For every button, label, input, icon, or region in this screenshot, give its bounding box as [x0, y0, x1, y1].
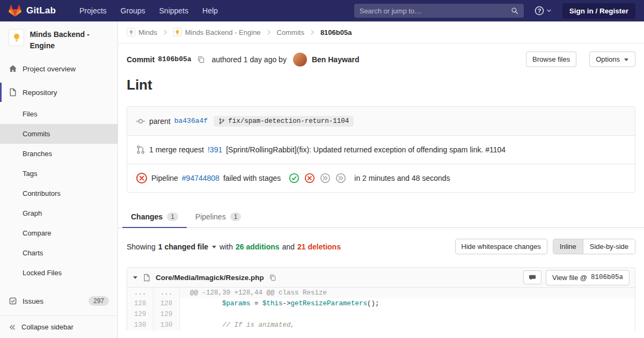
breadcrumb: MindsMinds Backend - EngineCommits8106b0… — [118, 21, 644, 43]
sidebar-item-charts[interactable]: Charts — [0, 243, 118, 263]
sidebar-item-branches[interactable]: Branches — [0, 144, 118, 164]
hide-whitespace-button[interactable]: Hide whitespace changes — [455, 239, 547, 254]
commit-title: Lint — [127, 77, 635, 93]
diff-hunk-row: ......@@ -128,39 +128,44 @@ class Resize — [127, 288, 635, 298]
pipeline-label: Pipeline — [151, 174, 178, 182]
pipeline-stage-skipped-icon[interactable] — [320, 173, 331, 183]
sidebar-item-contributors[interactable]: Contributors — [0, 183, 118, 203]
project-avatar[interactable] — [9, 29, 24, 46]
copy-file-path-button[interactable] — [269, 274, 276, 281]
view-mode-side-by-side[interactable]: Side-by-side — [583, 239, 635, 254]
breadcrumb-item-8106b05a: 8106b05a — [320, 28, 352, 36]
breadcrumb-item-minds[interactable]: Minds — [127, 28, 157, 36]
home-icon — [9, 64, 17, 73]
copy-commit-sha-button[interactable] — [197, 55, 205, 63]
sign-in-button[interactable]: Sign in / Register — [562, 3, 635, 19]
pipeline-stage-skipped-icon[interactable] — [335, 173, 346, 183]
view-file-sha: 8106b05a — [591, 274, 623, 281]
sidebar-item-files[interactable]: Files — [0, 104, 118, 124]
pipeline-row: Pipeline #94744808 failed with stages in… — [127, 164, 635, 192]
help-icon: ? — [535, 6, 544, 16]
toggle-comments-button[interactable] — [523, 270, 541, 284]
author-avatar[interactable] — [293, 53, 307, 67]
sidebar-item-issues[interactable]: Issues297 — [0, 289, 118, 313]
tab-count-badge: 1 — [167, 212, 178, 221]
merge-request-prefix: 1 merge request — [149, 145, 204, 154]
help-dropdown[interactable]: ? — [535, 6, 552, 16]
project-name[interactable]: Minds Backend - Engine — [30, 29, 109, 52]
collapse-diff-caret[interactable] — [133, 275, 138, 280]
old-line-number[interactable]: 128 — [127, 298, 153, 309]
sidebar-item-tags[interactable]: Tags — [0, 164, 118, 183]
diff-code-cell: @@ -128,39 +128,44 @@ class Resize — [180, 288, 635, 298]
tab-count-badge: 1 — [230, 212, 241, 221]
pipeline-stage-success-icon[interactable] — [289, 173, 299, 183]
lightbulb-icon — [12, 33, 21, 42]
top-navbar: GitLab ProjectsGroupsSnippetsHelp ? Sign… — [0, 0, 644, 21]
nav-menu-groups[interactable]: Groups — [121, 6, 145, 15]
deletions-count: 21 deletions — [297, 243, 341, 251]
pipeline-mini-graph — [289, 173, 346, 183]
diff-line-row: 130130 // If is animated, — [127, 320, 635, 330]
issues-icon — [9, 297, 17, 305]
gitlab-commit-page: GitLab ProjectsGroupsSnippetsHelp ? Sign… — [0, 0, 644, 338]
caret-down-icon — [624, 57, 629, 62]
nav-menu-snippets[interactable]: Snippets — [159, 6, 188, 15]
repository-icon — [9, 88, 17, 97]
search-input[interactable] — [360, 7, 511, 15]
sidebar-item-commits[interactable]: Commits — [0, 124, 118, 144]
commit-label: Commit — [127, 55, 155, 64]
merge-request-link[interactable]: !391 — [208, 145, 222, 154]
tab-changes[interactable]: Changes1 — [122, 207, 187, 227]
new-line-number[interactable]: 128 — [153, 298, 180, 309]
sidebar-nav: Project overviewRepositoryFilesCommitsBr… — [0, 57, 118, 313]
nav-menu-help[interactable]: Help — [202, 6, 218, 15]
old-line-number[interactable]: 130 — [127, 320, 153, 330]
breadcrumb-label: Minds Backend - Engine — [185, 28, 261, 36]
comment-icon — [529, 274, 536, 281]
sidebar-item-locked-files[interactable]: Locked Files — [0, 263, 118, 283]
commit-actions: Browse files Options — [526, 52, 635, 67]
new-line-number[interactable]: 129 — [153, 309, 180, 320]
sidebar-item-repository[interactable]: Repository — [0, 80, 118, 104]
browse-files-button[interactable]: Browse files — [526, 52, 576, 67]
options-dropdown-button[interactable]: Options — [589, 52, 635, 67]
sidebar-item-project-overview[interactable]: Project overview — [0, 57, 118, 80]
file-path-link[interactable]: Core/Media/Imagick/Resize.php — [156, 274, 264, 282]
authored-text: authored 1 day ago by — [212, 55, 287, 64]
diff-stats-bar: Showing 1 changed file with 26 additions… — [127, 239, 635, 254]
caret-down-icon — [211, 244, 217, 249]
breadcrumb-item-commits[interactable]: Commits — [277, 28, 304, 36]
pipeline-status-text: failed with stages — [223, 174, 281, 182]
merge-request-row: 1 merge request !391 [Sprint/RollingRabb… — [127, 135, 635, 164]
new-line-number: ... — [153, 288, 180, 298]
old-line-number[interactable]: 129 — [127, 309, 153, 320]
merge-request-title: [Sprint/RollingRabbit](fix): Updated ret… — [226, 145, 506, 154]
view-file-button[interactable]: View file @ 8106b05a — [546, 270, 630, 285]
changed-files-dropdown[interactable]: 1 changed file — [158, 243, 217, 251]
parent-label: parent — [149, 117, 171, 126]
view-mode-inline[interactable]: Inline — [553, 239, 583, 254]
view-file-label: View file @ — [552, 274, 587, 282]
breadcrumb-item-minds-backend-engine[interactable]: Minds Backend - Engine — [173, 28, 261, 36]
gitlab-home-link[interactable]: GitLab — [9, 4, 56, 17]
branch-ref-badge[interactable]: fix/spam-detection-return-1104 — [214, 116, 354, 127]
diff-code-cell: // If is animated, — [180, 320, 635, 330]
sidebar-item-compare[interactable]: Compare — [0, 223, 118, 243]
chevron-down-icon — [546, 8, 552, 13]
diff-line-row: 129129 — [127, 309, 635, 320]
pipeline-stage-failed-icon[interactable] — [304, 173, 315, 183]
commit-info-box: parent ba436a4f fix/spam-detection-retur… — [127, 106, 635, 193]
author-name[interactable]: Ben Hayward — [312, 55, 360, 64]
breadcrumb-label: 8106b05a — [320, 28, 352, 36]
sidebar-item-graph[interactable]: Graph — [0, 203, 118, 223]
breadcrumb-label: Commits — [277, 28, 304, 36]
pipeline-link[interactable]: #94744808 — [182, 174, 219, 182]
diff-code-cell — [180, 309, 635, 320]
tab-pipelines[interactable]: Pipelines1 — [187, 207, 250, 227]
pipeline-failed-icon[interactable] — [136, 172, 148, 184]
parent-sha-link[interactable]: ba436a4f — [174, 117, 208, 125]
collapse-sidebar-button[interactable]: Collapse sidebar — [0, 315, 118, 338]
new-line-number[interactable]: 130 — [153, 320, 180, 330]
nav-menu-projects[interactable]: Projects — [79, 6, 107, 15]
